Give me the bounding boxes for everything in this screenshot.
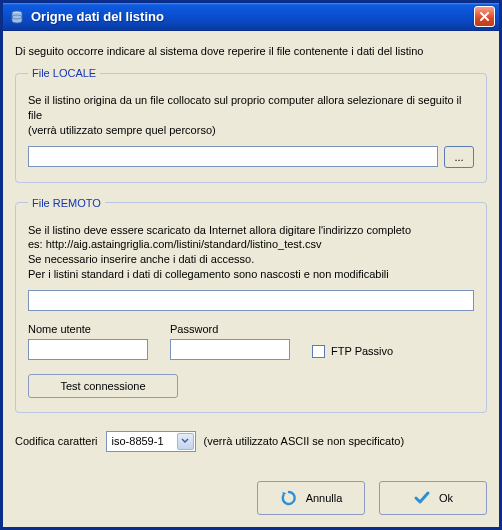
legend-file-remote: File REMOTO bbox=[28, 197, 105, 209]
cancel-arrow-icon bbox=[280, 489, 298, 507]
ftp-passive-checkbox[interactable]: FTP Passivo bbox=[312, 345, 393, 358]
group-file-remote: File REMOTO Se il listino deve essere sc… bbox=[15, 197, 487, 413]
encoding-combobox[interactable]: iso-8859-1 bbox=[106, 431, 196, 452]
encoding-label: Codifica caratteri bbox=[15, 435, 98, 447]
database-icon bbox=[9, 9, 25, 25]
dialog-content: Di seguito occorre indicare al sistema d… bbox=[3, 31, 499, 527]
encoding-selected: iso-8859-1 bbox=[112, 435, 164, 447]
intro-text: Di seguito occorre indicare al sistema d… bbox=[15, 45, 487, 57]
checkbox-box bbox=[312, 345, 325, 358]
ok-button[interactable]: Ok bbox=[379, 481, 487, 515]
test-connection-button[interactable]: Test connessione bbox=[28, 374, 178, 398]
encoding-hint: (verrà utilizzato ASCII se non specifica… bbox=[204, 435, 405, 447]
legend-file-local: File LOCALE bbox=[28, 67, 100, 79]
remote-url-input[interactable] bbox=[28, 290, 474, 311]
username-label: Nome utente bbox=[28, 323, 148, 335]
titlebar: Origne dati del listino bbox=[3, 3, 499, 31]
check-icon bbox=[413, 489, 431, 507]
ok-label: Ok bbox=[439, 492, 453, 504]
remote-description: Se il listino deve essere scaricato da I… bbox=[28, 223, 474, 282]
local-description: Se il listino origina da un file colloca… bbox=[28, 93, 474, 138]
encoding-row: Codifica caratteri iso-8859-1 (verrà uti… bbox=[15, 431, 487, 452]
dialog-window: Origne dati del listino Di seguito occor… bbox=[0, 0, 502, 530]
chevron-down-icon bbox=[177, 433, 194, 450]
cancel-button[interactable]: Annulla bbox=[257, 481, 365, 515]
window-title: Origne dati del listino bbox=[31, 9, 474, 24]
password-input[interactable] bbox=[170, 339, 290, 360]
ftp-passive-label: FTP Passivo bbox=[331, 345, 393, 357]
close-icon bbox=[479, 11, 490, 22]
close-button[interactable] bbox=[474, 6, 495, 27]
footer-buttons: Annulla Ok bbox=[15, 481, 487, 515]
local-path-input[interactable] bbox=[28, 146, 438, 167]
cancel-label: Annulla bbox=[306, 492, 343, 504]
username-input[interactable] bbox=[28, 339, 148, 360]
password-label: Password bbox=[170, 323, 290, 335]
browse-button[interactable]: ... bbox=[444, 146, 474, 168]
group-file-local: File LOCALE Se il listino origina da un … bbox=[15, 67, 487, 183]
